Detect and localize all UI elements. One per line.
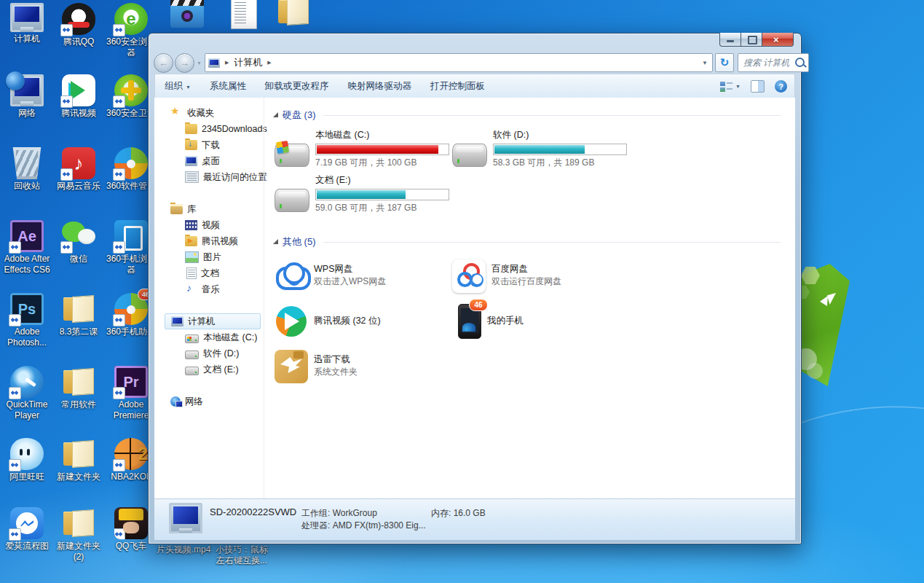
shortcut-arrow-icon (60, 168, 73, 181)
sidebar-item-库[interactable]: 库 (154, 201, 264, 217)
open-control-panel-button[interactable]: 打开控制面板 (421, 80, 494, 93)
change-view-button[interactable]: ▼ (720, 81, 741, 93)
organize-button[interactable]: 组织▼ (155, 80, 200, 93)
music-icon (185, 284, 197, 294)
shortcut-arrow-icon (9, 528, 21, 541)
breadcrumb-arrow-icon[interactable]: ▶ (267, 60, 271, 66)
search-input[interactable] (742, 57, 797, 69)
explorer-window: × ← → ▼ ▶ 计算机 ▶ ▼ ↻ 组织▼系统属性卸载或更改程序映射网络驱动… (148, 33, 802, 544)
shortcut-arrow-icon (9, 459, 21, 472)
group-divider (323, 115, 781, 116)
sidebar-item-视频[interactable]: 视频 (154, 217, 264, 233)
folder-icon (185, 124, 197, 134)
新建文件夹 (2)-desktop-icon[interactable]: 新建文件夹 (2) (53, 507, 104, 562)
sidebar-item-图片[interactable]: 图片 (154, 249, 264, 265)
网易云音乐-desktop-icon[interactable]: ♪ 网易云音乐 (53, 147, 104, 192)
软件 (D:)-item[interactable]: 软件 (D:) 58.3 GB 可用，共 189 GB (452, 128, 630, 169)
desktop-icon-art (114, 74, 148, 106)
system-properties-button[interactable]: 系统属性 (200, 80, 256, 93)
网络-desktop-icon[interactable]: 网络 (1, 74, 52, 119)
desktop-icon-art (10, 438, 44, 470)
sidebar-item-软件 (D:)[interactable]: 软件 (D:) (154, 345, 264, 361)
sidebar-item-文档 (E:)[interactable]: 文档 (E:) (154, 361, 264, 377)
group-header[interactable]: 其他 (5) (272, 235, 783, 249)
baidu-icon (452, 259, 486, 293)
wallpaper-butterfly (820, 293, 836, 308)
item-text: 百度网盘 双击运行百度网盘 (491, 255, 561, 296)
本地磁盘 (C:)-item[interactable]: 本地磁盘 (C:) 7.19 GB 可用，共 100 GB (275, 128, 452, 169)
sidebar-item-文档[interactable]: 文档 (154, 265, 264, 281)
group-title: 其他 (5) (283, 235, 316, 249)
sidebar-item-2345Downloads[interactable]: 2345Downloads (154, 121, 264, 137)
back-button[interactable]: ← (154, 53, 173, 73)
新建文件夹-desktop-icon[interactable]: 新建文件夹 (53, 438, 104, 482)
腾讯QQ-desktop-icon[interactable]: 腾讯QQ (53, 3, 104, 47)
desktop-icon-label: QuickTime Player (1, 399, 52, 420)
refresh-button[interactable]: ↻ (715, 53, 734, 72)
item-name: 百度网盘 (491, 263, 561, 275)
sidebar-item-音乐[interactable]: 音乐 (154, 281, 264, 297)
desktop-icon-label: 新建文件夹 (2) (53, 541, 104, 562)
sidebar-item-label: 视频 (202, 219, 220, 232)
sidebar-item-本地磁盘 (C:)[interactable]: 本地磁盘 (C:) (154, 329, 264, 345)
WPS网盘-item[interactable]: WPS网盘 双击进入WPS网盘 (275, 255, 452, 296)
map-network-drive-button[interactable]: 映射网络驱动器 (338, 80, 421, 93)
desktop-icon-label: 阿里旺旺 (1, 472, 52, 482)
address-dropdown-icon[interactable]: ▼ (702, 60, 708, 66)
sidebar-item-label: 文档 (201, 267, 219, 280)
微信-desktop-icon[interactable]: 微信 (53, 220, 104, 265)
uninstall-or-change-program-button[interactable]: 卸载或更改程序 (256, 80, 339, 93)
sidebar-item-计算机[interactable]: 计算机 (165, 313, 261, 329)
workgroup-value: 工作组: WorkGroup (301, 507, 377, 520)
sidebar-item-最近访问的位置[interactable]: 最近访问的位置 (154, 169, 264, 185)
close-button[interactable]: × (762, 33, 794, 47)
help-button[interactable]: ? (775, 80, 787, 93)
breadcrumb-item-computer[interactable]: 计算机 (234, 56, 262, 69)
toolbar-right: ▼ ? (720, 80, 794, 93)
迅雷下载-item[interactable]: 迅雷下载 系统文件夹 (275, 345, 452, 386)
group-header[interactable]: 硬盘 (3) (272, 108, 783, 122)
minimize-button[interactable] (719, 33, 741, 47)
爱莫流程图-desktop-icon[interactable]: 爱莫流程图 (1, 507, 52, 552)
breadcrumb-arrow-icon[interactable]: ▶ (225, 60, 229, 66)
百度网盘-item[interactable]: 百度网盘 双击运行百度网盘 (452, 255, 630, 296)
clapper-desktop-icon[interactable] (162, 0, 213, 28)
腾讯视频 (32 位)-item[interactable]: 腾讯视频 (32 位) (275, 300, 452, 341)
shortcut-arrow-icon (113, 387, 125, 399)
preview-pane-button[interactable] (751, 80, 765, 93)
history-dropdown-icon[interactable]: ▼ (197, 60, 202, 66)
pictures-icon (185, 251, 199, 263)
文档 (E:)-item[interactable]: 文档 (E:) 59.0 GB 可用，共 187 GB (275, 173, 452, 214)
sidebar-item-下载[interactable]: 下载 (154, 137, 264, 153)
Adobe Photosh...-desktop-icon[interactable]: Ps Adobe Photosh... (1, 293, 52, 348)
disk-usage-bar (315, 144, 449, 155)
sidebar-item-网络[interactable]: 网络 (154, 394, 264, 410)
item-info: 双击运行百度网盘 (491, 275, 561, 288)
folder-desktop-icon[interactable] (268, 0, 319, 28)
desktop-icon-label: 腾讯视频 (53, 108, 104, 119)
desktop-icon-art (10, 507, 44, 539)
forward-button[interactable]: → (175, 53, 194, 73)
item-info: 7.19 GB 可用，共 100 GB (315, 157, 449, 169)
Adobe After Effects CS6-desktop-icon[interactable]: Ae Adobe After Effects CS6 (1, 220, 52, 275)
desktop-icon-art: 2 (114, 438, 148, 470)
我的手机-item[interactable]: 46 我的手机 (452, 300, 630, 341)
QuickTime Player-desktop-icon[interactable]: QuickTime Player (1, 366, 52, 420)
8.3第二课-desktop-icon[interactable]: 8.3第二课 (53, 293, 104, 337)
计算机-desktop-icon[interactable]: 计算机 (1, 3, 52, 44)
回收站-desktop-icon[interactable]: 回收站 (1, 147, 52, 192)
computer-icon (171, 316, 183, 326)
notification-badge: 46 (469, 299, 488, 311)
textfile-desktop-icon[interactable] (218, 0, 269, 29)
常用软件-desktop-icon[interactable]: 常用软件 (53, 366, 104, 410)
desktop-icon-label: 片头视频.mp4 (155, 544, 212, 555)
腾讯视频-desktop-icon[interactable]: 腾讯视频 (53, 74, 104, 119)
breadcrumb[interactable]: ▶ 计算机 ▶ ▼ (205, 53, 713, 72)
maximize-button[interactable] (741, 33, 762, 47)
sidebar-item-收藏夹[interactable]: 收藏夹 (154, 105, 264, 121)
sidebar-item-桌面[interactable]: 桌面 (154, 153, 264, 169)
details-pane: SD-20200222SVWD 工作组: WorkGroup 内存: 16.0 … (154, 498, 795, 540)
desktop-icon-label: 8.3第二课 (53, 326, 104, 337)
sidebar-item-腾讯视频[interactable]: 腾讯视频 (154, 233, 264, 249)
阿里旺旺-desktop-icon[interactable]: 阿里旺旺 (1, 438, 52, 482)
